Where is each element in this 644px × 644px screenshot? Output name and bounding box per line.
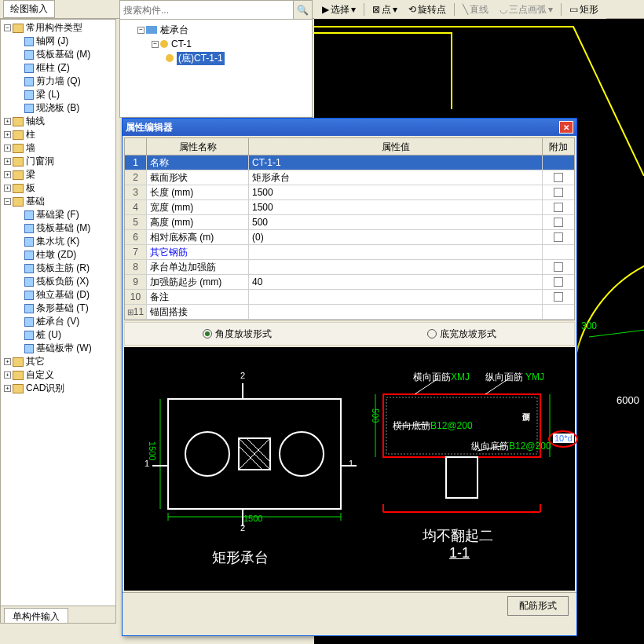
extra-checkbox[interactable]	[554, 232, 563, 242]
property-row[interactable]: 11锚固搭接	[125, 305, 574, 320]
tree-leaf[interactable]: 桩 (U)	[2, 328, 114, 342]
label-zxmj: 纵向面筋 YMJ	[485, 371, 544, 384]
section-h500: 500	[371, 408, 380, 423]
mid-tree-child[interactable]: −CT-1	[123, 37, 309, 51]
tree-leaf[interactable]: 筏板基础 (M)	[2, 48, 114, 61]
tree-leaf[interactable]: 集水坑 (K)	[2, 235, 114, 248]
tree-folder[interactable]: +板	[2, 181, 114, 195]
dialog-titlebar[interactable]: 属性编辑器 ✕	[123, 119, 576, 136]
section-mark-2b: 2	[240, 523, 245, 532]
left-panel: −常用构件类型 轴网 (J) 筏板基础 (M) 框柱 (Z) 剪力墙 (Q) 梁…	[0, 19, 116, 624]
rebar-form-button[interactable]: 配筋形式	[507, 596, 569, 616]
section-title-2: 1-1	[449, 545, 470, 562]
svg-point-4	[280, 432, 324, 476]
tree-folder[interactable]: +墙	[2, 141, 114, 155]
tree-foundation[interactable]: −基础	[2, 195, 114, 208]
extra-checkbox[interactable]	[554, 277, 563, 287]
property-row[interactable]: 6相对底标高 (m)(0)	[125, 230, 574, 245]
tree-leaf[interactable]: 剪力墙 (Q)	[2, 75, 114, 88]
section-title-1: 均不翻起二	[423, 526, 493, 545]
property-row[interactable]: 4宽度 (mm)1500	[125, 200, 574, 215]
line-tool[interactable]: ╲ 直线	[458, 2, 493, 18]
plan-height: 1500	[148, 441, 157, 460]
property-grid: 属性名称 属性值 附加 1名称CT-1-12截面形状矩形承台3长度 (mm)15…	[124, 137, 575, 320]
close-icon[interactable]: ✕	[559, 121, 573, 134]
extra-checkbox[interactable]	[554, 262, 563, 272]
radio-width-slope[interactable]: 底宽放坡形式	[427, 327, 496, 341]
section-mark-1r: 1	[349, 459, 353, 468]
property-row[interactable]: 8承台单边加强筋	[125, 260, 574, 275]
tree-folder[interactable]: +柱	[2, 128, 114, 141]
rect-tool[interactable]: ▭ 矩形	[565, 2, 603, 18]
arc-tool[interactable]: ◡ 三点画弧 ▾	[495, 2, 558, 18]
label-zxdj: 纵向底筋B12@200	[471, 440, 551, 453]
tree-leaf[interactable]: 基础梁 (F)	[2, 208, 114, 221]
label-hxdj: 横向底筋B12@200	[393, 419, 473, 433]
property-row[interactable]: 9加强筋起步 (mm)40	[125, 275, 574, 290]
plan-length: 1500	[243, 514, 262, 523]
dialog-title: 属性编辑器	[126, 121, 173, 134]
tree-folder[interactable]: +CAD识别	[2, 382, 114, 395]
search-input[interactable]	[120, 1, 293, 19]
tree-root[interactable]: −常用构件类型	[2, 21, 114, 35]
svg-text:300: 300	[581, 320, 597, 331]
extra-checkbox[interactable]	[554, 218, 563, 227]
tree-leaf[interactable]: 条形基础 (T)	[2, 302, 114, 315]
col-name: 属性名称	[147, 138, 249, 155]
tree-leaf[interactable]: 框柱 (Z)	[2, 61, 114, 75]
tree-leaf[interactable]: 筏板负筋 (X)	[2, 275, 114, 288]
component-tree: −常用构件类型 轴网 (J) 筏板基础 (M) 框柱 (Z) 剪力墙 (Q) 梁…	[1, 20, 115, 397]
col-extra: 附加	[543, 138, 574, 155]
property-row[interactable]: 10备注	[125, 290, 574, 305]
tree-leaf[interactable]: 轴网 (J)	[2, 35, 114, 48]
property-row[interactable]: 2截面形状矩形承台	[125, 170, 574, 185]
cad-toolbar: ▶ 选择 ▾ ⊠ 点 ▾ ⟲ 旋转点 ╲ 直线 ◡ 三点画弧 ▾ ▭ 矩形	[314, 0, 606, 19]
left-bottom-tabs: 单构件输入	[1, 606, 115, 623]
label-hxmj: 横向面筋XMJ	[413, 371, 470, 384]
extra-checkbox[interactable]	[554, 203, 563, 212]
tree-folder[interactable]: +轴线	[2, 115, 114, 128]
tree-leaf[interactable]: 筏板主筋 (R)	[2, 262, 114, 275]
label-10d: 10*d	[553, 434, 574, 443]
grid-header: 属性名称 属性值 附加	[125, 138, 574, 156]
property-row[interactable]: 3长度 (mm)1500	[125, 185, 574, 200]
single-component-tab[interactable]: 单构件输入	[4, 608, 68, 624]
tree-folder[interactable]: +其它	[2, 355, 114, 368]
property-row[interactable]: 5高度 (mm)500	[125, 215, 574, 230]
mid-tree-root[interactable]: −桩承台	[123, 23, 309, 37]
property-editor-dialog: 属性编辑器 ✕ 属性名称 属性值 附加 1名称CT-1-12截面形状矩形承台3长…	[122, 118, 577, 636]
tree-folder[interactable]: +门窗洞	[2, 155, 114, 168]
tree-leaf[interactable]: 梁 (L)	[2, 88, 114, 101]
extra-checkbox[interactable]	[554, 188, 563, 197]
tree-leaf[interactable]: 基础板带 (W)	[2, 342, 114, 355]
top-tab[interactable]: 绘图输入	[3, 0, 55, 18]
tree-leaf[interactable]: 独立基础 (D)	[2, 288, 114, 302]
search-button[interactable]: 🔍	[293, 1, 312, 19]
col-value: 属性值	[249, 138, 543, 155]
slope-mode-row: 角度放坡形式 底宽放坡形式	[124, 322, 575, 346]
tree-folder[interactable]: +梁	[2, 168, 114, 181]
mid-tree-leaf-selected[interactable]: (底)CT-1-1	[123, 51, 309, 65]
tree-folder[interactable]: +自定义	[2, 368, 114, 382]
cad-dimension-6000: 6000	[617, 394, 639, 406]
tree-leaf[interactable]: 桩承台 (V)	[2, 315, 114, 328]
component-selector-panel: 🔍 −桩承台 −CT-1 (底)CT-1-1	[119, 0, 313, 118]
dialog-bottom-bar: 配筋形式	[123, 592, 576, 619]
tree-leaf[interactable]: 现浇板 (B)	[2, 101, 114, 115]
svg-line-0	[589, 329, 644, 337]
select-tool[interactable]: ▶ 选择 ▾	[317, 2, 360, 18]
plan-title: 矩形承台	[212, 548, 269, 567]
diagram-area: 1 1 2 2 1500 1500 矩形承台 横向面筋XMJ 纵向面筋 YMJ …	[124, 347, 575, 591]
svg-point-3	[185, 432, 229, 476]
radio-angle-slope[interactable]: 角度放坡形式	[203, 327, 272, 341]
svg-rect-20	[446, 457, 478, 498]
tree-leaf[interactable]: 柱墩 (ZD)	[2, 248, 114, 262]
section-mark-2t: 2	[240, 371, 245, 380]
point-tool[interactable]: ⊠ 点 ▾	[368, 2, 402, 18]
tree-leaf[interactable]: 筏板基础 (M)	[2, 221, 114, 235]
rotate-point-tool[interactable]: ⟲ 旋转点	[404, 2, 451, 18]
property-row[interactable]: 7其它钢筋	[125, 245, 574, 260]
extra-checkbox[interactable]	[554, 173, 563, 182]
extra-checkbox[interactable]	[554, 292, 563, 302]
property-row[interactable]: 1名称CT-1-1	[125, 156, 574, 170]
